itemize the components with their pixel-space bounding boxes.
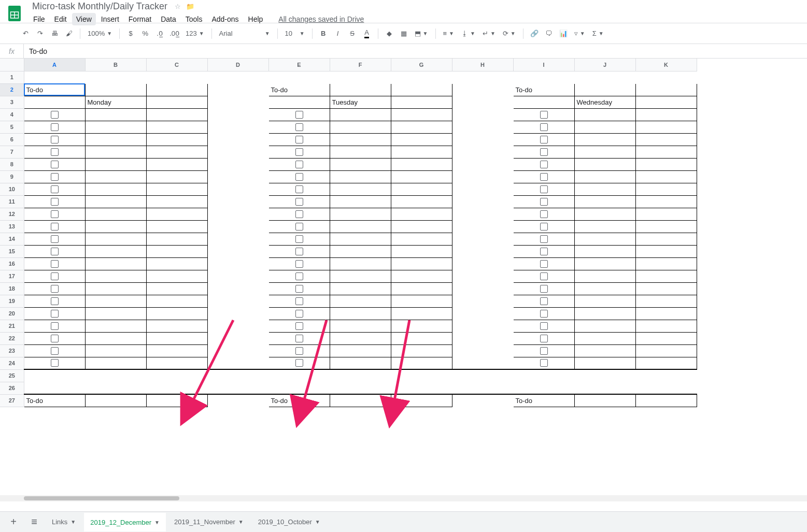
- row-header-21[interactable]: 21: [0, 320, 24, 332]
- cell-H13[interactable]: [452, 220, 513, 233]
- cell-D22[interactable]: [207, 332, 268, 344]
- cell-I25[interactable]: [513, 369, 574, 382]
- checkbox-icon[interactable]: [51, 235, 59, 243]
- row-header-19[interactable]: 19: [0, 295, 24, 307]
- cell-B8[interactable]: [85, 158, 146, 170]
- cell-C5[interactable]: [146, 121, 207, 133]
- cell-I8[interactable]: [513, 158, 574, 170]
- row-header-22[interactable]: 22: [0, 332, 24, 344]
- cell-G1[interactable]: [391, 71, 452, 83]
- cell-I4[interactable]: [513, 108, 574, 121]
- cell-J6[interactable]: [574, 133, 635, 146]
- checkbox-icon[interactable]: [295, 111, 303, 119]
- cell-J27[interactable]: [574, 394, 635, 407]
- cell-G19[interactable]: [391, 295, 452, 307]
- checkbox-icon[interactable]: [51, 148, 59, 156]
- cell-J10[interactable]: [574, 183, 635, 195]
- cell-J21[interactable]: [574, 320, 635, 332]
- cell-F22[interactable]: [330, 332, 391, 344]
- select-all-corner[interactable]: [0, 59, 24, 71]
- cell-A15[interactable]: [24, 245, 85, 257]
- cell-C9[interactable]: [146, 170, 207, 183]
- cell-A4[interactable]: [24, 108, 85, 121]
- cell-K13[interactable]: [635, 220, 697, 233]
- column-header-K[interactable]: K: [635, 59, 697, 71]
- cell-I13[interactable]: [513, 220, 574, 233]
- cell-J17[interactable]: [574, 270, 635, 282]
- cell-D5[interactable]: [207, 121, 268, 133]
- row-header-4[interactable]: 4: [0, 108, 24, 121]
- cell-H8[interactable]: [452, 158, 513, 170]
- cell-G6[interactable]: [391, 133, 452, 146]
- cell-A26[interactable]: [24, 382, 85, 394]
- cell-I26[interactable]: [513, 382, 574, 394]
- row-header-18[interactable]: 18: [0, 282, 24, 295]
- column-header-C[interactable]: C: [146, 59, 207, 71]
- row-header-6[interactable]: 6: [0, 133, 24, 146]
- strikethrough-icon[interactable]: S: [346, 27, 359, 40]
- column-header-I[interactable]: I: [513, 59, 574, 71]
- cell-G17[interactable]: [391, 270, 452, 282]
- cell-J4[interactable]: [574, 108, 635, 121]
- cell-C15[interactable]: [146, 245, 207, 257]
- cell-D12[interactable]: [207, 208, 268, 220]
- cell-J8[interactable]: [574, 158, 635, 170]
- cell-C4[interactable]: [146, 108, 207, 121]
- comment-icon[interactable]: 🗨: [542, 27, 556, 40]
- cell-G27[interactable]: [391, 394, 452, 407]
- cell-J5[interactable]: [574, 121, 635, 133]
- cell-G23[interactable]: [391, 344, 452, 357]
- cell-K19[interactable]: [635, 295, 697, 307]
- cell-G14[interactable]: [391, 233, 452, 245]
- cell-E11[interactable]: [268, 195, 330, 208]
- cell-D7[interactable]: [207, 146, 268, 158]
- cell-I14[interactable]: [513, 233, 574, 245]
- filter-dropdown[interactable]: ▿▼: [571, 27, 588, 40]
- row-header-23[interactable]: 23: [0, 344, 24, 357]
- menu-view[interactable]: View: [72, 13, 96, 25]
- cell-F6[interactable]: [330, 133, 391, 146]
- checkbox-icon[interactable]: [51, 111, 59, 119]
- row-header-14[interactable]: 14: [0, 233, 24, 245]
- cell-D27[interactable]: [207, 394, 268, 407]
- cell-E19[interactable]: [268, 295, 330, 307]
- cell-C17[interactable]: [146, 270, 207, 282]
- checkbox-icon[interactable]: [540, 185, 548, 193]
- cell-H4[interactable]: [452, 108, 513, 121]
- cell-G25[interactable]: [391, 369, 452, 382]
- cell-H7[interactable]: [452, 146, 513, 158]
- cell-D24[interactable]: [207, 357, 268, 369]
- cell-G18[interactable]: [391, 282, 452, 295]
- number-format-dropdown[interactable]: 123▼: [182, 27, 207, 40]
- cell-K4[interactable]: [635, 108, 697, 121]
- cell-F20[interactable]: [330, 307, 391, 320]
- cell-D25[interactable]: [207, 369, 268, 382]
- cell-K17[interactable]: [635, 270, 697, 282]
- checkbox-icon[interactable]: [51, 173, 59, 181]
- cell-D18[interactable]: [207, 282, 268, 295]
- cell-A11[interactable]: [24, 195, 85, 208]
- zoom-dropdown[interactable]: 100%▼: [84, 27, 115, 40]
- cell-B25[interactable]: [85, 369, 146, 382]
- menu-format[interactable]: Format: [124, 13, 155, 25]
- cell-I24[interactable]: [513, 357, 574, 369]
- cell-B3[interactable]: Monday: [85, 96, 146, 108]
- cell-G2[interactable]: [391, 83, 452, 96]
- checkbox-icon[interactable]: [51, 198, 59, 206]
- cell-E25[interactable]: [268, 369, 330, 382]
- row-header-10[interactable]: 10: [0, 183, 24, 195]
- menu-edit[interactable]: Edit: [50, 13, 71, 25]
- cell-K8[interactable]: [635, 158, 697, 170]
- cell-H5[interactable]: [452, 121, 513, 133]
- checkbox-icon[interactable]: [51, 272, 59, 280]
- checkbox-icon[interactable]: [295, 136, 303, 143]
- cell-I3[interactable]: [513, 96, 574, 108]
- cell-G4[interactable]: [391, 108, 452, 121]
- cell-A16[interactable]: [24, 257, 85, 270]
- cell-A20[interactable]: [24, 307, 85, 320]
- wrap-dropdown[interactable]: ↵▼: [479, 27, 499, 40]
- cell-D14[interactable]: [207, 233, 268, 245]
- chart-icon[interactable]: 📊: [557, 27, 570, 40]
- checkbox-icon[interactable]: [51, 260, 59, 268]
- column-header-B[interactable]: B: [85, 59, 146, 71]
